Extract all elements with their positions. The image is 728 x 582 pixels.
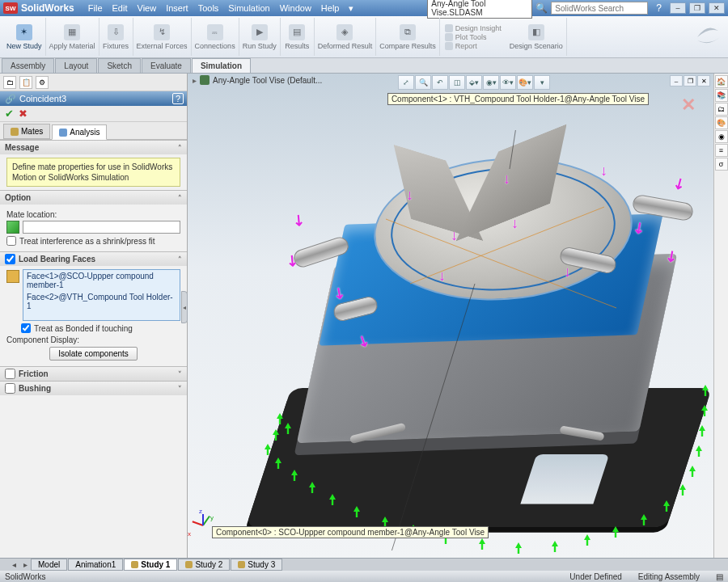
menu-window[interactable]: Window [276,2,315,15]
display-style-icon[interactable]: ◉▾ [483,75,499,90]
custom-props-icon[interactable]: ≡ [715,144,728,157]
bottom-tab-animation[interactable]: Animation1 [68,559,123,571]
status-extra-icon[interactable]: ▤ [716,572,723,581]
tree-expand-icon[interactable]: ▸ [193,76,197,85]
search-input[interactable] [551,2,648,15]
compare-results-icon: ⧉ [400,24,416,40]
ribbon-design-insight[interactable]: Design Insight [445,24,502,32]
doc-close-button[interactable]: ✕ [697,75,710,86]
feature-manager-icon[interactable]: 🗀 [3,76,16,89]
doc-restore-button[interactable]: ❐ [684,75,696,86]
run-study-icon: ▶ [252,24,268,40]
tabs-scroll-left[interactable]: ◂ [8,560,19,569]
graphics-viewport[interactable]: ▸ Any-Angle Tool Vise (Default... ⤢ 🔍 ↶ … [188,74,713,559]
ribbon-apply-material[interactable]: ▦Apply Material [46,18,99,56]
close-button[interactable]: ✕ [709,2,725,14]
propmgr-help-button[interactable]: ? [172,93,184,104]
ok-button[interactable]: ✔ [5,108,14,120]
config-manager-icon[interactable]: ⚙ [36,76,49,89]
appearances-icon[interactable]: ◉ [715,130,728,143]
ribbon-design-scenario[interactable]: ◧Design Scenario [506,18,567,56]
bottom-tab-study3[interactable]: Study 3 [231,559,282,571]
ribbon-fixtures[interactable]: ⇩Fixtures [99,18,133,56]
study-icon [185,561,193,568]
ribbon-connections[interactable]: ⎓Connections [192,18,239,56]
menu-dropdown-icon[interactable]: ▾ [345,2,358,15]
menu-tools[interactable]: Tools [194,2,223,15]
design-library-icon[interactable]: 📚 [715,89,728,102]
tab-simulation[interactable]: Simulation [192,58,251,73]
interference-checkbox[interactable] [6,236,16,246]
face-list-item[interactable]: Face<2>@VTH_Compound Tool Holder-1 [23,291,180,312]
minimize-button[interactable]: – [670,2,686,14]
zoom-fit-icon[interactable]: ⤢ [398,75,414,90]
tab-layout[interactable]: Layout [55,58,97,73]
mates-tab-icon [11,128,19,136]
ribbon-new-study[interactable]: ✶New Study [3,18,46,56]
ribbon-run-study[interactable]: ▶Run Study [239,18,281,56]
mate-location-icon[interactable] [6,221,19,234]
isolate-components-button[interactable]: Isolate components [49,347,138,361]
ribbon-report[interactable]: Report [445,42,502,50]
bottom-tab-study1[interactable]: Study 1 [124,559,177,571]
section-view-icon[interactable]: ◫ [449,75,465,90]
section-friction-header[interactable]: Friction˅ [0,367,187,381]
ribbon-plot-tools[interactable]: Plot Tools [445,33,502,41]
menu-simulation[interactable]: Simulation [224,2,273,15]
view-palette-icon[interactable]: 🎨 [715,116,728,129]
section-bushing-header[interactable]: Bushing˅ [0,382,187,395]
ribbon-deformed-result[interactable]: ◈Deformed Result [315,18,377,56]
face-list[interactable]: Face<1>@SCO-Uppper compound member-1 Fac… [23,269,180,321]
zoom-area-icon[interactable]: 🔍 [415,75,431,90]
bonded-checkbox[interactable] [21,323,31,333]
bushing-enable-checkbox[interactable] [5,383,15,394]
simulation-pane-icon[interactable]: σ [715,158,728,171]
menu-help[interactable]: Help [317,2,344,15]
results-icon: ▤ [289,24,305,40]
tab-evaluate[interactable]: Evaluate [142,58,191,73]
menu-edit[interactable]: Edit [108,2,132,15]
viewport-close-icon[interactable]: ✕ [681,95,696,116]
subtab-mates[interactable]: Mates [3,124,50,139]
menu-view[interactable]: View [133,2,161,15]
interference-checkbox-row[interactable]: Treat interference as a shrink/press fit [6,236,180,246]
ribbon-external-forces[interactable]: ↯External Forces [133,18,192,56]
face-selection-icon[interactable] [6,270,19,283]
bottom-tab-study2[interactable]: Study 2 [178,559,230,571]
bottom-tab-model[interactable]: Model [31,559,67,571]
scene-icon[interactable]: ▾ [534,75,550,90]
face-list-item[interactable]: Face<1>@SCO-Uppper compound member-1 [23,270,180,291]
tab-sketch[interactable]: Sketch [98,58,141,73]
subtab-analysis[interactable]: Analysis [52,124,107,140]
view-triad[interactable]: x y z [191,512,215,537]
resources-icon[interactable]: 🏠 [715,75,728,88]
view-orientation-icon[interactable]: ⬙▾ [466,75,482,90]
load-arrow-icon: ↙ [670,173,689,195]
section-message-header[interactable]: Message˄ [0,141,187,154]
bonded-checkbox-row[interactable]: Treat as Bonded if touching [21,323,180,333]
section-option-header[interactable]: Option˄ [0,191,187,205]
hide-show-icon[interactable]: 👁▾ [500,75,516,90]
ribbon-compare-results[interactable]: ⧉Compare Results [376,18,440,56]
tab-assembly[interactable]: Assembly [2,58,54,73]
model-geometry[interactable]: ↘ ↘ ↘ ↘ ↓ ↓ ↓ ↓ ↓ ↓ ↓ ↙ ↙ ↙ [236,130,689,550]
load-bearing-enable-checkbox[interactable] [5,254,15,264]
appearance-icon[interactable]: 🎨▾ [517,75,533,90]
mate-location-input[interactable] [23,221,180,234]
deformed-result-icon: ◈ [336,24,353,40]
ribbon-results[interactable]: ▤Results [281,18,315,56]
section-load-bearing-header[interactable]: Load Bearing Faces˄ [0,252,187,266]
menu-file[interactable]: File [84,2,107,15]
cancel-button[interactable]: ✖ [19,108,28,120]
propmgr-title-bar: 🔗 Coincident3 ? [0,91,187,106]
panel-collapse-handle[interactable]: ◂ [181,291,188,323]
restore-button[interactable]: ❐ [689,2,705,14]
prev-view-icon[interactable]: ↶ [432,75,448,90]
menu-insert[interactable]: Insert [162,2,193,15]
friction-enable-checkbox[interactable] [5,369,15,379]
doc-minimize-button[interactable]: – [670,75,683,86]
file-explorer-icon[interactable]: 🗂 [715,103,728,116]
property-manager-icon[interactable]: 📋 [19,76,32,89]
help-icon[interactable]: ? [656,2,662,14]
tabs-scroll-right[interactable]: ▸ [19,560,31,569]
